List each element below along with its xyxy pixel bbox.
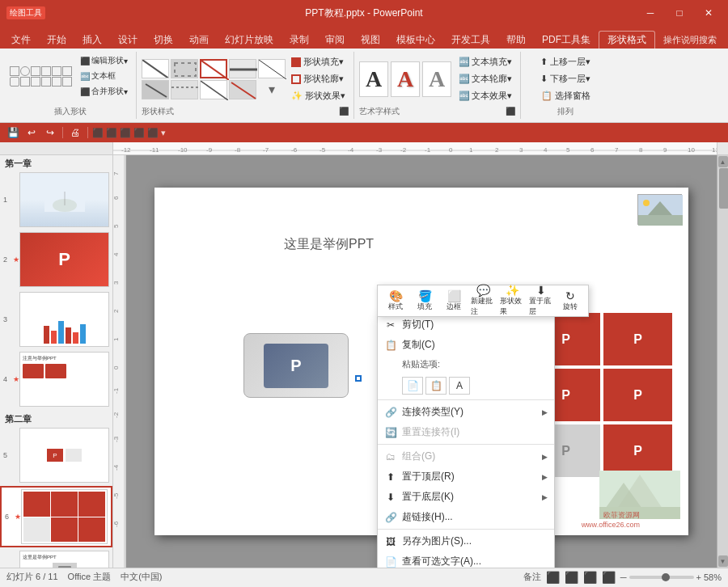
view-slide-sorter-btn[interactable]: ⬛ <box>565 571 578 584</box>
shape-styles-expand[interactable]: ⬛ <box>339 107 349 116</box>
maximize-button[interactable]: □ <box>667 5 692 21</box>
slide-item-2[interactable]: 2 ★ P <box>0 230 112 289</box>
slide-thumb-2[interactable]: P <box>19 232 109 287</box>
mini-tb-rotate[interactable]: ↻ 旋转 <box>557 289 583 313</box>
shape-r3[interactable] <box>62 66 72 76</box>
slide-item-7[interactable]: 7 这里是举例PPT <box>0 549 112 568</box>
tab-slideshow[interactable]: 幻灯片放映 <box>217 31 281 49</box>
shape-style-more[interactable]: ▾ <box>258 80 286 99</box>
tab-design[interactable]: 设计 <box>110 31 146 49</box>
shape-rect[interactable] <box>10 66 19 76</box>
tab-file[interactable]: 文件 <box>3 31 39 49</box>
shape-style-5[interactable] <box>258 59 286 78</box>
shape-style-4[interactable] <box>229 59 256 78</box>
shape-style-7[interactable] <box>171 80 198 99</box>
zoom-level[interactable]: 58% <box>704 572 722 582</box>
mini-tb-shape-effect[interactable]: ✨ 形状效果 <box>499 289 525 313</box>
paste-opt-3[interactable]: A <box>449 377 470 395</box>
art-style-2[interactable]: A <box>391 61 420 97</box>
scroll-up-btn[interactable]: ▲ <box>718 156 728 167</box>
paste-opt-1[interactable]: 📄 <box>402 377 423 395</box>
tab-templates[interactable]: 模板中心 <box>388 31 443 49</box>
art-styles-expand[interactable]: ⬛ <box>506 107 515 116</box>
scroll-thumb[interactable] <box>719 168 728 209</box>
ctx-bring-front[interactable]: ⬆ 置于顶层(R) <box>378 467 554 487</box>
qat-save[interactable]: 💾 <box>5 125 21 141</box>
slide-thumb-4[interactable]: 注意与举例PPT <box>19 352 109 407</box>
ctx-hyperlink[interactable]: 🔗 超链接(H)... <box>378 507 554 527</box>
zoom-thumb[interactable] <box>662 573 670 581</box>
scroll-down-btn[interactable]: ▼ <box>718 555 728 567</box>
textbox-btn[interactable]: 🔤 文本框 <box>77 69 131 83</box>
close-button[interactable]: ✕ <box>696 5 722 21</box>
tab-review[interactable]: 审阅 <box>317 31 353 49</box>
qat-redo[interactable]: ↪ <box>42 125 58 141</box>
ctx-alt-text[interactable]: 📄 查看可选文字(A)... <box>378 551 554 568</box>
tab-animations[interactable]: 动画 <box>181 31 217 49</box>
shape-fill-btn[interactable]: 形状填充 ▾ <box>288 54 349 70</box>
image-thumbnail[interactable] <box>637 194 682 225</box>
slide-thumb-7[interactable]: 这里是举例PPT <box>19 551 109 568</box>
shape-r2[interactable] <box>52 66 61 76</box>
art-style-3[interactable]: A <box>422 61 451 97</box>
shape-r4[interactable] <box>10 77 19 87</box>
ppt-shape[interactable]: P <box>243 333 349 398</box>
shape-effect-btn[interactable]: ✨ 形状效果 ▾ <box>288 88 349 103</box>
shape-r9[interactable] <box>62 77 72 87</box>
mini-tb-bring-to[interactable]: ⬇ 置于底层 <box>528 289 554 313</box>
tab-help[interactable]: 帮助 <box>498 31 534 49</box>
ctx-cut[interactable]: ✂ 剪切(T) <box>378 315 554 335</box>
tab-transitions[interactable]: 切换 <box>146 31 181 49</box>
shape-r6[interactable] <box>31 77 40 87</box>
ctx-connect-type[interactable]: 🔗 连接符类型(Y) <box>378 402 554 422</box>
merge-shapes-btn[interactable]: ⬛ 合并形状 ▾ <box>77 84 131 99</box>
ctx-paste-options[interactable]: 粘贴选项: 📄 📋 A <box>378 355 554 398</box>
slide-item-4[interactable]: 4 ★ 注意与举例PPT <box>0 350 112 408</box>
shape-oval[interactable] <box>20 66 30 76</box>
zoom-in-btn[interactable]: + <box>696 572 701 582</box>
shape-style-8[interactable] <box>200 80 227 99</box>
tab-home[interactable]: 开始 <box>39 31 74 49</box>
shape-r1[interactable] <box>41 66 51 76</box>
shape-outline-btn[interactable]: 形状轮廓 ▾ <box>288 71 349 87</box>
mini-tb-new-comment[interactable]: 💬 新建批注 <box>470 289 496 313</box>
mini-tb-border[interactable]: ⬜ 边框 <box>441 289 467 313</box>
text-effect-btn[interactable]: 🔤 文本效果 ▾ <box>455 88 515 103</box>
slide-item-6[interactable]: 6 ★ <box>0 486 112 547</box>
qat-undo[interactable]: ↩ <box>23 125 40 141</box>
tab-view[interactable]: 视图 <box>353 31 388 49</box>
notes-btn[interactable]: 备注 <box>523 571 541 583</box>
edit-shape-btn[interactable]: ⬛ 编辑形状 ▾ <box>77 53 131 68</box>
ctx-copy[interactable]: 📋 复制(C) <box>378 335 554 355</box>
ctx-reconnect[interactable]: 🔄 重置连接符(I) <box>378 422 554 442</box>
shape-r5[interactable] <box>20 77 30 87</box>
view-normal-btn[interactable]: ⬛ <box>546 571 560 584</box>
shape-style-2[interactable] <box>171 59 198 78</box>
ctx-save-image[interactable]: 🖼 另存为图片(S)... <box>378 531 554 551</box>
view-reading-btn[interactable]: ⬛ <box>583 571 597 584</box>
send-back-btn[interactable]: ⬇ 下移一层 ▾ <box>537 71 594 87</box>
shape-r7[interactable] <box>41 77 51 87</box>
paste-opt-2[interactable]: 📋 <box>425 377 447 395</box>
slide-thumb-1[interactable] <box>19 172 109 227</box>
ctx-send-back[interactable]: ⬇ 置于底层(K) <box>378 487 554 507</box>
shape-style-6[interactable] <box>142 80 169 99</box>
tab-insert[interactable]: 插入 <box>74 31 110 49</box>
qat-print[interactable]: 🖨 <box>67 125 83 141</box>
scrollbar-vertical[interactable]: ▲ ▼ <box>717 155 728 568</box>
slide-thumb-3[interactable] <box>19 292 109 347</box>
tab-operationhelp[interactable]: 操作说明搜索 <box>655 31 725 49</box>
view-slideshow-btn[interactable]: ⬛ <box>602 571 616 584</box>
mini-tb-style[interactable]: 🎨 样式 <box>383 289 408 313</box>
slide-item-1[interactable]: 1 <box>0 171 112 229</box>
bring-front-btn[interactable]: ⬆ 上移一层 ▾ <box>537 54 594 70</box>
shape-style-3[interactable] <box>200 59 227 78</box>
zoom-out-btn[interactable]: ─ <box>620 572 627 582</box>
slide-item-5[interactable]: 5 P <box>0 426 112 484</box>
shape-tri[interactable] <box>31 66 40 76</box>
shape-style-1[interactable] <box>142 59 169 78</box>
shape-r8[interactable] <box>52 77 61 87</box>
zoom-slider[interactable] <box>629 576 694 579</box>
selection-pane-btn[interactable]: 📋 选择窗格 <box>538 88 594 103</box>
shape-style-9[interactable] <box>229 80 256 99</box>
